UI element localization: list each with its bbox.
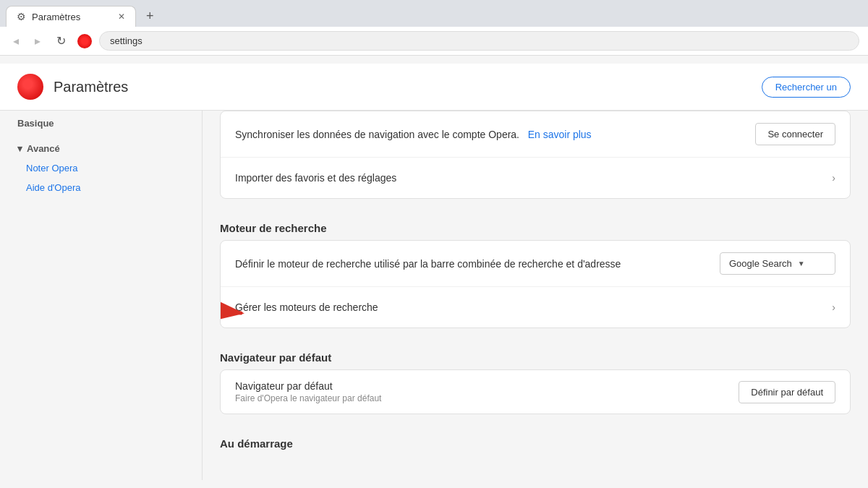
search-engine-dropdown[interactable]: Google Search ▼: [720, 252, 835, 275]
tab-close-button[interactable]: ✕: [118, 12, 125, 22]
default-browser-row: Navigateur par défaut Faire d'Opera le n…: [221, 370, 850, 414]
opera-logo: [17, 74, 43, 100]
tab-bar: ⚙ Paramètres ✕ +: [0, 0, 868, 27]
content-area: Basique ▾ Avancé Noter Opera Aide d'Oper…: [0, 96, 868, 480]
sidebar-advanced-toggle[interactable]: ▾ Avancé: [12, 139, 190, 158]
sync-card: Synchroniser les données de navigation a…: [220, 111, 851, 199]
sidebar-advanced-label: Avancé: [27, 143, 60, 154]
tab-title: Paramètres: [32, 12, 80, 22]
connect-button[interactable]: Se connecter: [755, 123, 835, 145]
sync-text: Synchroniser les données de navigation a…: [235, 129, 744, 140]
address-text: settings: [110, 35, 142, 46]
gear-icon: ⚙: [17, 11, 26, 22]
content-header: Paramètres Rechercher un: [0, 64, 868, 111]
dropdown-arrow-icon: ▼: [798, 260, 805, 267]
default-browser-title: Navigateur par défaut: [235, 380, 739, 392]
search-engine-value: Google Search: [729, 258, 792, 269]
search-engine-description: Définir le moteur de recherche utilisé p…: [235, 258, 708, 270]
search-engine-heading: Moteur de recherche: [220, 210, 851, 240]
search-engine-card: Définir le moteur de recherche utilisé p…: [220, 240, 851, 328]
manage-search-chevron: ›: [832, 301, 835, 313]
default-browser-subtitle: Faire d'Opera le navigateur par défaut: [235, 393, 739, 403]
sync-action: Se connecter: [755, 123, 835, 145]
active-tab: ⚙ Paramètres ✕: [6, 6, 136, 27]
default-browser-card: Navigateur par défaut Faire d'Opera le n…: [220, 369, 851, 414]
page-title: Paramètres: [54, 79, 128, 95]
sidebar-advanced-section: ▾ Avancé Noter Opera Aide d'Opera: [12, 139, 190, 197]
import-text: Importer des favoris et des réglages: [235, 172, 820, 184]
manage-search-engines-row[interactable]: Gérer les moteurs de recherche ›: [221, 287, 850, 328]
nav-bar: ◂ ▸ ↻ settings: [0, 27, 868, 56]
address-bar[interactable]: settings: [99, 31, 859, 51]
forward-button[interactable]: ▸: [30, 31, 45, 51]
main-content: Synchroniser les données de navigation a…: [203, 96, 868, 480]
sidebar-basic-label: Basique: [12, 114, 190, 133]
browser-chrome: ⚙ Paramètres ✕ + ◂ ▸ ↻ settings: [0, 0, 868, 56]
opera-nav-logo: [77, 34, 92, 48]
manage-search-engines-text: Gérer les moteurs de recherche: [235, 301, 820, 313]
settings-page: Paramètres Rechercher un Basique ▾ Avanc…: [0, 56, 868, 480]
back-button[interactable]: ◂: [9, 31, 23, 51]
sync-learn-more-link[interactable]: En savoir plus: [528, 129, 592, 140]
set-default-button[interactable]: Définir par défaut: [739, 381, 835, 403]
import-row[interactable]: Importer des favoris et des réglages ›: [221, 158, 850, 198]
sidebar-basic-section: Basique: [12, 114, 190, 133]
sidebar-item-noter-opera[interactable]: Noter Opera: [12, 158, 190, 178]
default-browser-heading: Navigateur par défaut: [220, 340, 851, 369]
chevron-right-icon: ›: [832, 172, 835, 184]
sidebar-item-aide-opera[interactable]: Aide d'Opera: [12, 178, 190, 197]
chevron-down-icon: ▾: [17, 143, 22, 154]
search-engine-row: Définir le moteur de recherche utilisé p…: [221, 241, 850, 287]
search-settings-button[interactable]: Rechercher un: [762, 77, 851, 98]
startup-heading: Au démarrage: [220, 426, 851, 455]
import-chevron: ›: [832, 172, 835, 184]
sidebar: Basique ▾ Avancé Noter Opera Aide d'Oper…: [0, 96, 203, 480]
default-browser-info: Navigateur par défaut Faire d'Opera le n…: [235, 380, 739, 403]
refresh-button[interactable]: ↻: [52, 31, 70, 51]
new-tab-button[interactable]: +: [139, 6, 161, 27]
sync-row: Synchroniser les données de navigation a…: [221, 111, 850, 158]
chevron-right-icon-2: ›: [832, 301, 835, 313]
search-engine-dropdown-container: Google Search ▼: [720, 252, 835, 275]
